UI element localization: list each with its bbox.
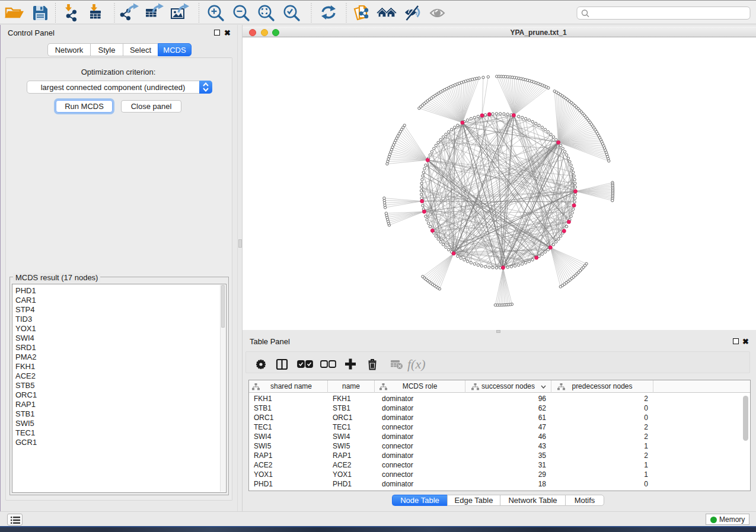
- svg-text:f(x): f(x): [407, 357, 426, 371]
